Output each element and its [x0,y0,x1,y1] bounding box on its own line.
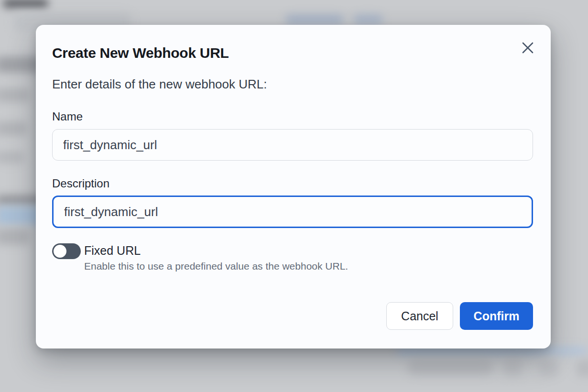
blurred-toolbar-item [354,14,382,25]
blurred-row [0,151,24,163]
blurred-row [0,229,30,245]
name-field-label: Name [52,110,83,123]
confirm-button[interactable]: Confirm [460,302,533,330]
blurred-pagination-text [407,359,493,376]
blurred-row [0,56,42,73]
blurred-pagination-control [503,359,522,377]
fixed-url-toggle[interactable] [52,243,81,259]
blurred-row [0,121,27,136]
name-input[interactable] [52,129,533,161]
description-field-label: Description [52,177,109,190]
close-button[interactable] [518,38,537,57]
modal-subtitle: Enter details of the new webhook URL: [52,77,267,92]
blurred-toolbar-item [286,14,343,25]
create-webhook-modal: Create New Webhook URL Enter details of … [36,25,551,348]
blurred-pagination-control [539,359,558,377]
description-input[interactable] [52,196,533,228]
modal-title: Create New Webhook URL [52,45,229,61]
blurred-page-title [3,0,48,8]
blurred-row [0,88,30,102]
fixed-url-helper-text: Enable this to use a predefined value as… [84,261,348,272]
close-icon [521,41,534,54]
blurred-pagination-control [576,359,588,377]
toggle-knob [54,245,66,258]
fixed-url-label: Fixed URL [84,244,141,258]
cancel-button[interactable]: Cancel [386,302,453,330]
